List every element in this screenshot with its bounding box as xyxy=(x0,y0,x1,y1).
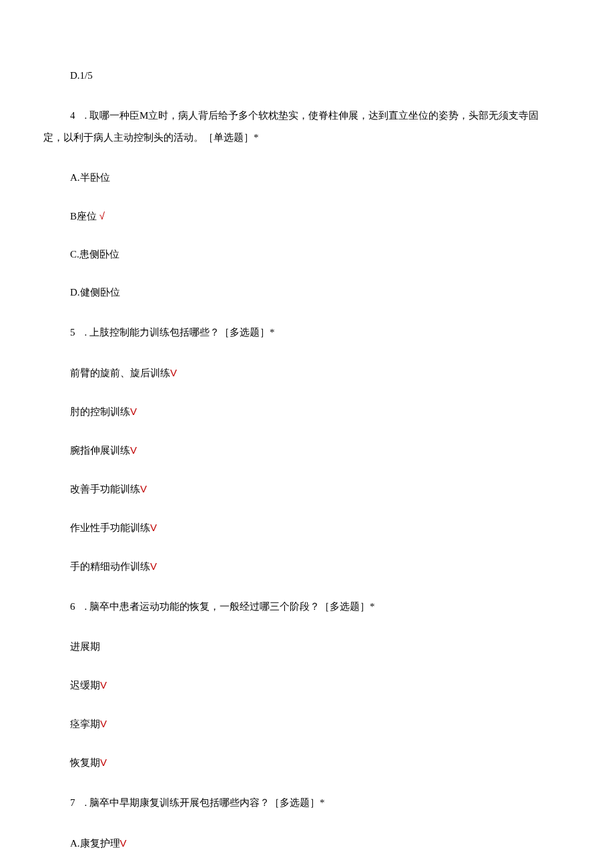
q5-option-d: 改善手功能训练V xyxy=(70,480,544,498)
q5-option-a: 前臂的旋前、旋后训练V xyxy=(70,364,544,382)
q6-option-d: 恢复期V xyxy=(70,753,544,772)
option-text: 恢复期 xyxy=(70,757,100,768)
q4-option-b: B座位 √ xyxy=(70,207,544,226)
q7-question: 7. 脑卒中早期康复训练开展包括哪些内容？［多选题］* xyxy=(70,792,544,814)
q4-option-a: A.半卧位 xyxy=(70,169,544,187)
option-text: 手的精细动作训练 xyxy=(70,561,150,572)
question-text: . 脑卒中早期康复训练开展包括哪些内容？［多选题］* xyxy=(85,797,325,808)
q5-option-e: 作业性手功能训练V xyxy=(70,518,544,537)
check-mark: V xyxy=(100,679,107,691)
q4-option-d: D.健侧卧位 xyxy=(70,284,544,302)
check-mark: V xyxy=(100,718,107,729)
question-text-line1: . 取哪一种臣M立时，病人背后给予多个软枕垫实，使脊柱伸展，达到直立坐位的姿势，… xyxy=(85,110,539,121)
q4-question: 4. 取哪一种臣M立时，病人背后给予多个软枕垫实，使脊柱伸展，达到直立坐位的姿势… xyxy=(43,105,544,149)
option-text: 腕指伸展训练 xyxy=(70,445,130,456)
q6-question: 6. 脑卒中患者运动功能的恢复，一般经过哪三个阶段？［多选题］* xyxy=(70,596,544,618)
option-text: D.1/5 xyxy=(70,70,93,81)
option-text: 前臂的旋前、旋后训练 xyxy=(70,368,170,378)
question-number: 5 xyxy=(70,322,75,344)
check-mark: V xyxy=(140,483,147,494)
check-mark: V xyxy=(120,837,127,849)
option-text: A.康复护理 xyxy=(70,838,120,849)
option-text: 肘的控制训练 xyxy=(70,406,130,417)
option-text: B座位 xyxy=(70,211,97,222)
option-text: D.健侧卧位 xyxy=(70,287,120,298)
question-text: . 上肢控制能力训练包括哪些？［多选题］* xyxy=(85,327,275,338)
check-mark: V xyxy=(170,367,177,378)
option-text: 迟缓期 xyxy=(70,680,100,691)
q5-question: 5. 上肢控制能力训练包括哪些？［多选题］* xyxy=(70,322,544,344)
q5-option-b: 肘的控制训练V xyxy=(70,402,544,421)
option-text: 痉挛期 xyxy=(70,719,100,729)
check-mark: V xyxy=(100,757,107,768)
q3-option-d: D.1/5 xyxy=(70,67,544,85)
q5-option-f: 手的精细动作训练V xyxy=(70,557,544,576)
option-text: A.半卧位 xyxy=(70,172,110,183)
check-mark: V xyxy=(130,444,137,456)
q6-option-b: 迟缓期V xyxy=(70,676,544,695)
option-text: 改善手功能训练 xyxy=(70,484,140,494)
check-mark: V xyxy=(150,560,157,572)
q6-option-c: 痉挛期V xyxy=(70,715,544,733)
question-number: 7 xyxy=(70,792,75,814)
q4-option-c: C.患侧卧位 xyxy=(70,246,544,264)
check-mark: √ xyxy=(99,210,105,222)
q7-option-a: A.康复护理V xyxy=(70,834,544,853)
question-text-line2: 定，以利于病人主动控制头的活动。［单选题］* xyxy=(43,127,544,149)
q5-option-c: 腕指伸展训练V xyxy=(70,441,544,460)
question-number: 6 xyxy=(70,596,75,618)
question-text: . 脑卒中患者运动功能的恢复，一般经过哪三个阶段？［多选题］* xyxy=(85,601,375,612)
option-text: 进展期 xyxy=(70,641,100,652)
option-text: 作业性手功能训练 xyxy=(70,522,150,533)
option-text: C.患侧卧位 xyxy=(70,249,119,260)
check-mark: V xyxy=(150,522,157,533)
question-number: 4 xyxy=(70,105,75,127)
check-mark: V xyxy=(130,406,137,417)
q6-option-a: 进展期 xyxy=(70,638,544,656)
